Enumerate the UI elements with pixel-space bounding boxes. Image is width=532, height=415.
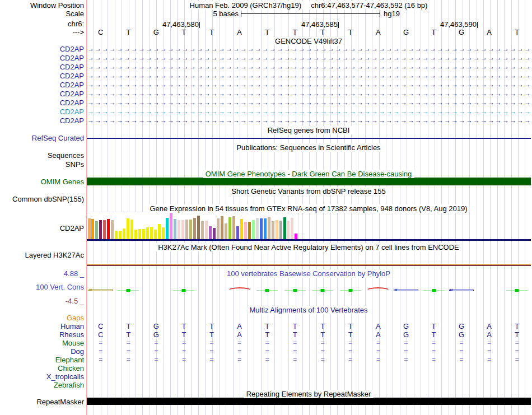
gencode-gene-arrow-row[interactable]: →→→→→→→→→→→→→→→→→→→→→→→→→→→→→→→→→→→→→→→→… <box>87 81 531 90</box>
gtex-expression-bar[interactable] <box>178 220 180 239</box>
gtex-expression-bar[interactable] <box>193 218 196 239</box>
gtex-expression-bar[interactable] <box>217 218 220 239</box>
gtex-expression-bar[interactable] <box>287 221 290 239</box>
refseq-gene-line[interactable] <box>87 138 531 139</box>
repeatmasker-bar[interactable] <box>87 398 531 405</box>
gtex-expression-bar[interactable] <box>111 220 114 239</box>
gtex-expression-bar[interactable] <box>138 229 141 239</box>
omim-genes-label[interactable]: OMIM Genes <box>41 178 84 186</box>
publications-sequences-label[interactable]: Sequences <box>48 151 84 160</box>
gtex-expression-bar[interactable] <box>130 220 133 239</box>
multiz-species-label-x_tropicalis[interactable]: X_tropicalis <box>46 372 84 381</box>
gencode-gene-arrow-row[interactable]: →→→→→→→→→→→→→→→→→→→→→→→→→→→→→→→→→→→→→→→→… <box>87 116 531 125</box>
gencode-gene-arrow-row[interactable]: →→→→→→→→→→→→→→→→→→→→→→→→→→→→→→→→→→→→→→→→… <box>87 99 531 108</box>
multiz-species-label-rhesus[interactable]: Rhesus <box>59 330 84 339</box>
gtex-expression-bar[interactable] <box>197 216 200 239</box>
gtex-expression-bar[interactable] <box>225 223 227 239</box>
gtex-expression-bar[interactable] <box>272 221 274 239</box>
gtex-expression-bar[interactable] <box>268 217 270 239</box>
gtex-gene-label[interactable]: CD2AP <box>60 224 84 232</box>
gencode-gene-label[interactable]: CD2AP <box>60 108 84 116</box>
phylop-mark-green[interactable] <box>340 288 361 292</box>
gtex-expression-bar[interactable] <box>119 231 122 239</box>
gtex-expression-bar[interactable] <box>228 217 231 239</box>
gtex-expression-bar[interactable] <box>283 217 286 239</box>
gtex-expression-bar[interactable] <box>291 218 293 239</box>
phylop-mark-olive-arrow[interactable]: ‹‹ <box>88 288 113 292</box>
repeatmasker-label[interactable]: RepeatMasker <box>36 398 84 406</box>
phylop-mark-green[interactable] <box>506 288 528 292</box>
gtex-expression-bar[interactable] <box>162 227 165 239</box>
phylop-mark-green[interactable] <box>118 288 139 292</box>
gtex-expression-bar[interactable] <box>276 220 278 239</box>
multiz-species-label-human[interactable]: Human <box>60 322 84 330</box>
gtex-expression-bar[interactable] <box>244 222 247 239</box>
gtex-expression-bar[interactable] <box>256 218 259 239</box>
gtex-expression-bar[interactable] <box>154 230 157 239</box>
gtex-expression-bar[interactable] <box>166 218 169 239</box>
publications-snps-label[interactable]: SNPs <box>66 160 84 169</box>
phylop-mark-blue-arrow[interactable]: ‹‹ <box>449 288 474 292</box>
gtex-expression-bar[interactable] <box>236 226 239 239</box>
omim-gene-bar[interactable] <box>87 178 531 185</box>
gtex-expression-bar[interactable] <box>260 218 263 239</box>
gtex-expression-bar[interactable] <box>248 222 251 239</box>
gencode-gene-label[interactable]: CD2AP <box>60 72 84 80</box>
gtex-expression-bar[interactable] <box>201 221 204 239</box>
h3k27ac-label[interactable]: Layered H3K27Ac <box>25 251 84 259</box>
multiz-species-label-zebrafish[interactable]: Zebrafish <box>54 381 84 389</box>
phylop-mark-green[interactable] <box>312 288 333 292</box>
gtex-expression-bar[interactable] <box>279 221 282 239</box>
gtex-expression-bar[interactable] <box>170 212 172 239</box>
gencode-gene-arrow-row[interactable]: →→→→→→→→→→→→→→→→→→→→→→→→→→→→→→→→→→→→→→→→… <box>87 63 531 72</box>
gencode-gene-label[interactable]: CD2AP <box>60 81 84 89</box>
gtex-expression-bar[interactable] <box>99 220 102 239</box>
phylop-mark-green[interactable] <box>256 288 278 292</box>
phylop-mark-red-arc[interactable] <box>227 287 252 294</box>
phylop-mark-green[interactable] <box>423 288 445 292</box>
multiz-species-label-elephant[interactable]: Elephant <box>55 356 84 364</box>
h3k27ac-signal-line-maroon[interactable] <box>87 265 531 266</box>
gencode-gene-label[interactable]: CD2AP <box>60 54 84 62</box>
gencode-gene-label[interactable]: CD2AP <box>60 99 84 107</box>
phylop-label[interactable]: 100 Vert. Cons <box>36 283 84 291</box>
gencode-gene-arrow-row[interactable]: →→→→→→→→→→→→→→→→→→→→→→→→→→→→→→→→→→→→→→→→… <box>87 54 531 63</box>
multiz-species-label-gaps[interactable]: Gaps <box>67 314 84 322</box>
gencode-gene-label[interactable]: CD2AP <box>60 90 84 98</box>
gtex-expression-bar[interactable] <box>185 220 188 239</box>
gtex-expression-bar[interactable] <box>295 234 297 239</box>
strand-arrow-label[interactable]: ---> <box>72 28 84 36</box>
gtex-expression-bar[interactable] <box>107 219 110 239</box>
multiz-species-label-mouse[interactable]: Mouse <box>62 339 84 347</box>
gtex-expression-bar[interactable] <box>142 229 145 239</box>
gtex-expression-bar[interactable] <box>252 220 255 239</box>
gtex-expression-bar[interactable] <box>174 219 176 239</box>
gtex-expression-bar[interactable] <box>240 219 243 239</box>
gencode-gene-arrow-row[interactable]: →→→→→→→→→→→→→→→→→→→→→→→→→→→→→→→→→→→→→→→→… <box>87 90 531 99</box>
gtex-expression-bar[interactable] <box>189 220 192 239</box>
gtex-expression-bar[interactable] <box>95 221 98 239</box>
gtex-expression-bar[interactable] <box>181 220 184 239</box>
multiz-species-label-chicken[interactable]: Chicken <box>58 364 84 372</box>
gtex-expression-bar[interactable] <box>127 218 129 239</box>
gtex-expression-bar[interactable] <box>103 220 106 239</box>
gtex-expression-bar[interactable] <box>221 216 223 239</box>
gtex-expression-bar[interactable] <box>134 230 137 239</box>
gtex-expression-bar[interactable] <box>158 224 161 239</box>
gtex-expression-bar[interactable] <box>205 221 208 239</box>
gtex-expression-bar[interactable] <box>213 228 216 239</box>
gtex-expression-bar[interactable] <box>264 218 267 239</box>
gencode-gene-arrow-row[interactable]: →→→→→→→→→→→→→→→→→→→→→→→→→→→→→→→→→→→→→→→→… <box>87 45 531 54</box>
gencode-gene-arrow-row[interactable]: →→→→→→→→→→→→→→→→→→→→→→→→→→→→→→→→→→→→→→→→… <box>87 72 531 81</box>
phylop-mark-green[interactable] <box>173 288 194 292</box>
gencode-gene-label[interactable]: CD2AP <box>60 45 84 53</box>
gtex-expression-bar[interactable] <box>123 229 125 239</box>
multiz-species-label-dog[interactable]: Dog <box>71 347 84 356</box>
gtex-expression-bar[interactable] <box>150 227 153 239</box>
phylop-mark-green[interactable] <box>284 288 306 292</box>
gtex-expression-bar[interactable] <box>115 231 118 239</box>
gtex-expression-bar[interactable] <box>88 218 91 239</box>
phylop-mark-blue-arrow[interactable]: ‹‹ <box>394 288 418 292</box>
gencode-gene-label[interactable]: CD2AP <box>60 63 84 71</box>
gencode-gene-arrow-row[interactable]: →→→→→→→→→→→→→→→→→→→→→→→→→→→→→→→→→→→→→→→→… <box>87 108 531 116</box>
